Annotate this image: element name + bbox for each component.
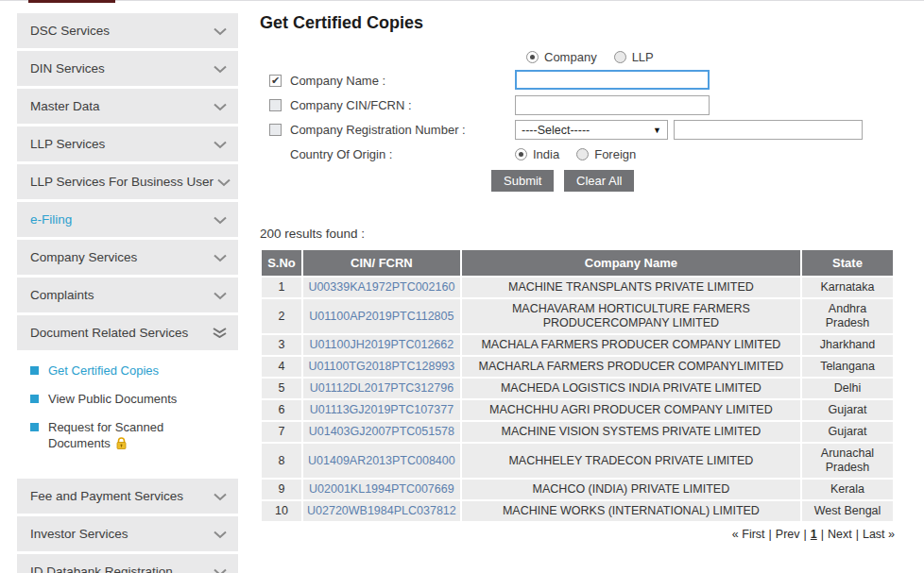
table-row: 8 U01409AR2013PTC008400 MACHHELEY TRADEC…: [262, 444, 893, 478]
sidebar: DSC Services DIN Services Master Data LL…: [17, 13, 238, 573]
cell-cin: U01112DL2017PTC312796: [303, 379, 460, 398]
cell-state: West Bengal: [802, 501, 893, 521]
column-header-sno: S.No: [262, 250, 301, 276]
india-radio[interactable]: [515, 148, 527, 160]
llp-radio-label: LLP: [632, 50, 654, 64]
column-header-company-name: Company Name: [462, 250, 800, 276]
cin-link[interactable]: U02720WB1984PLC037812: [307, 504, 456, 517]
document-related-services-submenu: Get Certified Copies View Public Documen…: [17, 353, 238, 479]
company-name-row: ✔ Company Name :: [269, 74, 385, 88]
sidebar-item-e-filing[interactable]: e-Filing: [17, 202, 238, 237]
sidebar-item-label: Complaints: [30, 288, 94, 302]
sidebar-item-company-services[interactable]: Company Services: [17, 240, 238, 275]
foreign-radio-label: Foreign: [594, 147, 636, 161]
chevron-down-icon: [214, 23, 227, 40]
company-radio[interactable]: [526, 51, 539, 63]
table-row: 6 U01113GJ2019PTC107377 MACHCHHU AGRI PR…: [262, 400, 893, 420]
square-bullet-icon: [30, 366, 39, 375]
cin-link[interactable]: U01100TG2018PTC128993: [309, 360, 455, 373]
company-name-checkbox[interactable]: ✔: [269, 75, 282, 87]
sidebar-item-complaints[interactable]: Complaints: [17, 278, 238, 312]
table-row: 10 U02720WB1984PLC037812 MACHINE WORKS (…: [262, 501, 893, 521]
chevron-double-down-icon: [213, 325, 227, 342]
cin-link[interactable]: U00339KA1972PTC002160: [308, 280, 454, 294]
chevron-down-icon: [214, 98, 227, 115]
cell-company-name: MACHARLA FARMERS PRODUCER COMPANYLIMITED: [462, 357, 800, 377]
country-radio-group: India Foreign: [515, 147, 653, 161]
foreign-radio[interactable]: [576, 148, 589, 160]
cin-link[interactable]: U01113GJ2019PTC107377: [310, 403, 453, 416]
company-regnum-checkbox[interactable]: [269, 124, 282, 136]
pagination-separator: |: [821, 528, 824, 541]
sidebar-item-label: LLP Services: [30, 137, 105, 151]
sidebar-item-llp-services-business-user[interactable]: LLP Services For Business User: [17, 164, 238, 199]
cin-link[interactable]: U01403GJ2007PTC051578: [309, 425, 454, 438]
column-header-state: State: [802, 250, 893, 276]
cell-state: Telangana: [802, 357, 893, 377]
regnum-type-select[interactable]: ----Select----- ▼: [515, 120, 668, 140]
sidebar-item-dsc-services[interactable]: DSC Services: [17, 13, 238, 48]
header-remnant-bar: [28, 0, 115, 3]
sidebar-item-investor-services[interactable]: Investor Services: [17, 516, 238, 551]
cell-sno: 3: [262, 335, 301, 355]
cell-sno: 9: [262, 480, 301, 499]
pagination-separator: |: [769, 528, 772, 541]
table-row: 1 U00339KA1972PTC002160 MACHINE TRANSPLA…: [262, 278, 893, 297]
cell-state: Kerala: [802, 480, 893, 499]
sidebar-item-document-related-services[interactable]: Document Related Services: [17, 315, 238, 350]
square-bullet-icon: [30, 423, 39, 431]
sidebar-item-id-databank-registration[interactable]: ID Databank Registration: [17, 554, 238, 573]
table-row: 3 U01100JH2019PTC012662 MACHALA FARMERS …: [262, 335, 893, 355]
cell-company-name: MACHHELEY TRADECON PRIVATE LIMITED: [462, 444, 800, 478]
llp-radio[interactable]: [614, 51, 626, 63]
country-of-origin-row: Country Of Origin :: [290, 147, 392, 161]
chevron-down-icon: [214, 526, 227, 543]
pagination-current-page[interactable]: 1: [811, 528, 817, 541]
cin-link[interactable]: U01409AR2013PTC008400: [308, 454, 455, 467]
cin-link[interactable]: U01112DL2017PTC312796: [310, 381, 453, 395]
clear-all-button[interactable]: Clear All: [564, 170, 634, 192]
column-header-cin: CIN/ FCRN: [303, 250, 460, 276]
cell-company-name: MACHINE VISION SYSTEMS PRIVATE LIMITED: [462, 422, 800, 442]
cell-state: Gujarat: [802, 422, 893, 442]
pagination-next[interactable]: Next: [828, 528, 852, 541]
cin-link[interactable]: U01100AP2019PTC112805: [309, 310, 453, 323]
cell-cin: U01100AP2019PTC112805: [303, 299, 460, 333]
cell-sno: 10: [262, 501, 301, 521]
regnum-type-select-value: ----Select-----: [522, 124, 590, 137]
page: DSC Services DIN Services Master Data LL…: [0, 0, 924, 573]
sidebar-item-fee-and-payment-services[interactable]: Fee and Payment Services: [17, 479, 238, 514]
cell-state: Jharkhand: [802, 335, 893, 355]
sidebar-item-label: ID Databank Registration: [30, 565, 173, 573]
sidebar-item-master-data[interactable]: Master Data: [17, 89, 238, 124]
sidebar-item-din-services[interactable]: DIN Services: [17, 51, 238, 86]
submenu-item-get-certified-copies[interactable]: Get Certified Copies: [30, 362, 238, 379]
sidebar-item-label: e-Filing: [30, 212, 72, 227]
table-row: 5 U01112DL2017PTC312796 MACHEDA LOGISTIC…: [262, 379, 893, 398]
sidebar-item-label: Company Services: [30, 250, 137, 264]
company-regnum-label: Company Registration Number :: [290, 123, 466, 137]
submit-button[interactable]: Submit: [491, 170, 554, 192]
cell-company-name: MACHALA FARMERS PRODUCER COMPANY LIMITED: [462, 335, 800, 355]
company-cin-input[interactable]: [515, 95, 710, 115]
sidebar-item-label: DIN Services: [30, 61, 105, 76]
cin-link[interactable]: U01100JH2019PTC012662: [310, 338, 454, 351]
chevron-down-icon: [214, 249, 227, 266]
pagination-separator: |: [804, 528, 807, 541]
pagination-last[interactable]: Last »: [863, 528, 895, 541]
cell-cin: U02720WB1984PLC037812: [303, 501, 460, 521]
sidebar-item-llp-services[interactable]: LLP Services: [17, 126, 238, 161]
cell-company-name: MACHINE WORKS (INTERNATIONAL) LIMITED: [462, 501, 800, 521]
company-cin-checkbox[interactable]: [269, 99, 282, 111]
pagination-prev[interactable]: Prev: [776, 528, 800, 541]
company-name-input[interactable]: [515, 70, 710, 90]
cin-link[interactable]: U02001KL1994PTC007669: [309, 482, 454, 496]
submenu-item-request-scanned-documents[interactable]: Request for Scanned Documents: [30, 419, 238, 453]
results-count: 200 results found :: [260, 227, 365, 241]
chevron-down-icon: [214, 488, 227, 505]
company-regnum-input[interactable]: [674, 120, 863, 140]
chevron-down-icon: [214, 287, 227, 304]
pagination-first[interactable]: « First: [732, 528, 765, 541]
submenu-item-view-public-documents[interactable]: View Public Documents: [30, 391, 238, 407]
lock-icon: [115, 437, 128, 453]
